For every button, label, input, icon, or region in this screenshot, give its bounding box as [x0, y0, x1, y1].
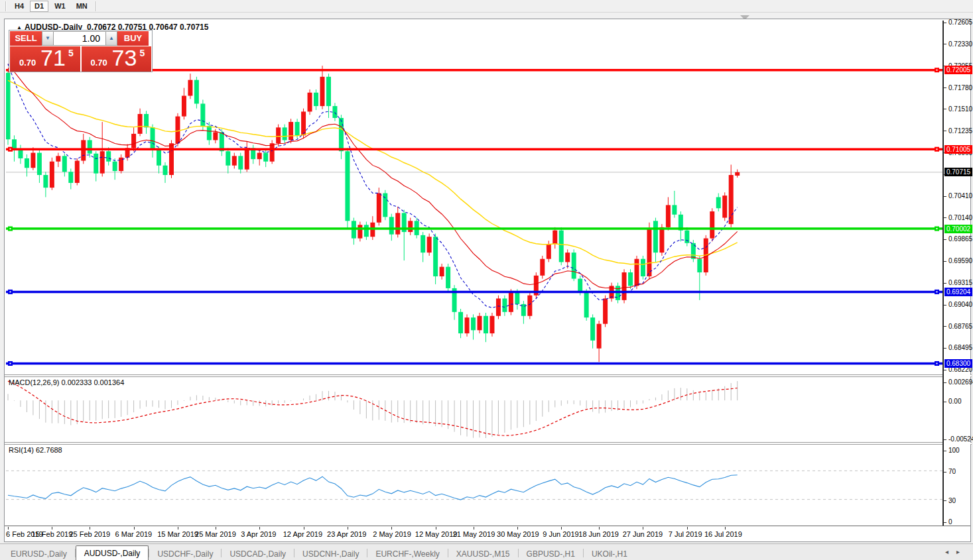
timeframe-button-d1[interactable]: D1	[30, 1, 48, 12]
price-scale-label: 0.71510	[948, 105, 972, 113]
chart-tab-ukoil-h1[interactable]: UKOil-,H1	[584, 547, 635, 560]
hline-price-label: 0.71005	[944, 145, 972, 154]
volume-input[interactable]	[54, 31, 105, 46]
price-tick	[944, 326, 946, 327]
time-tick	[90, 527, 90, 530]
price-scale-label: 0.72605	[948, 19, 972, 26]
chart-tab-eurusd-daily[interactable]: EURUSD-,Daily	[3, 547, 75, 560]
rsi-tick	[944, 500, 946, 501]
macd-tick	[944, 402, 946, 402]
time-tick	[474, 527, 474, 530]
timeframe-button-h4[interactable]: H4	[10, 1, 29, 12]
time-axis[interactable]: 6 Feb 201915 Feb 201925 Feb 20196 Mar 20…	[6, 527, 942, 541]
time-axis-label: 9 Jun 2019	[543, 530, 578, 538]
time-tick	[643, 527, 643, 530]
time-axis-label: 12 Apr 2019	[283, 530, 322, 538]
price-tick	[944, 196, 946, 197]
time-tick	[436, 527, 436, 530]
macd-pane[interactable]: MACD(12,26,9) 0.002333 0.001364	[6, 377, 942, 442]
price-tick	[944, 217, 946, 218]
current-price-label: 0.70715	[944, 168, 972, 176]
rsi-pane[interactable]: RSI(14) 62.7688	[6, 445, 942, 526]
toolbar-divider	[5, 1, 7, 11]
rsi-tick	[944, 451, 946, 451]
price-tick	[944, 44, 946, 44]
axis-divider	[5, 526, 970, 526]
time-tick	[259, 527, 260, 530]
ask-price-prefix: 0.70	[91, 58, 107, 68]
time-axis-label: 6 Mar 2019	[115, 530, 153, 538]
time-tick	[348, 527, 348, 530]
time-tick	[134, 527, 135, 530]
ask-price-big: 73	[112, 45, 137, 71]
price-scale-label: 0.71780	[948, 84, 972, 91]
price-scale-label: 0.70140	[948, 214, 972, 221]
chart-tab-gbpusd-h1[interactable]: GBPUSD-,H1	[519, 547, 583, 560]
price-tick	[944, 283, 946, 284]
time-axis-label: 3 Apr 2019	[241, 530, 276, 538]
sell-button[interactable]: SELL	[10, 31, 42, 46]
price-scale[interactable]: 0.726050.723300.720550.717800.715100.712…	[944, 21, 970, 526]
time-tick	[687, 527, 688, 530]
price-scale-label: 0.69590	[948, 257, 972, 264]
chart-window: ▲AUDUSD-,Daily 0.70672 0.70751 0.70647 0…	[4, 19, 971, 542]
tab-scroll-right-icon[interactable]: ▸	[956, 548, 968, 555]
price-scale-label: 0.69315	[948, 279, 972, 286]
toolbar-divider	[96, 1, 97, 11]
price-tick	[944, 305, 946, 306]
time-axis-label: 16 Jul 2019	[704, 530, 742, 538]
price-tick	[944, 23, 946, 23]
price-tick	[944, 87, 946, 88]
bid-price-big: 71	[40, 45, 66, 71]
time-axis-label: 15 Feb 2019	[32, 530, 73, 538]
chart-tab-usdchf-daily[interactable]: USDCHF-,Daily	[149, 547, 221, 560]
rsi-scale-label: 30	[948, 497, 956, 504]
chart-tab-usdcad-daily[interactable]: USDCAD-,Daily	[222, 547, 294, 560]
macd-tick	[944, 439, 946, 440]
time-axis-label: 7 Jul 2019	[669, 530, 702, 538]
main-chart-pane[interactable]: ▲AUDUSD-,Daily 0.70672 0.70751 0.70647 0…	[6, 21, 942, 374]
volume-increase-button[interactable]: ▲	[105, 31, 117, 46]
timeframe-button-w1[interactable]: W1	[50, 1, 70, 12]
bid-price-prefix: 0.70	[19, 58, 36, 68]
tab-scroll-arrows: ◂▸	[945, 548, 968, 555]
time-axis-label: 12 May 2019	[415, 530, 458, 538]
chart-tab-audusd-daily[interactable]: AUDUSD-,Daily	[76, 545, 149, 560]
tab-scroll-left-icon[interactable]: ◂	[945, 548, 956, 555]
chart-tab-usdcnh-daily[interactable]: USDCNH-,Daily	[294, 547, 367, 560]
chart-tab-eurchf-weekly[interactable]: EURCHF-,Weekly	[367, 547, 447, 560]
price-tick	[944, 109, 946, 109]
price-scale-label: 0.72330	[948, 40, 972, 48]
time-axis-label: 25 Feb 2019	[69, 530, 110, 538]
price-tick	[944, 370, 946, 370]
time-axis-label: 30 May 2019	[497, 530, 539, 538]
time-tick	[517, 527, 518, 530]
mt4-terminal: H4D1W1MN ▲AUDUSD-,Daily 0.70672 0.70751 …	[0, 0, 973, 560]
timeframe-toolbar: H4D1W1MN	[0, 0, 973, 13]
bid-price-sup: 5	[68, 48, 74, 58]
time-tick	[561, 527, 562, 530]
one-click-trading-panel: SELL ▼ ▲ BUY 0.70 71 5 0.70 73 5	[9, 30, 153, 72]
timeframe-button-mn[interactable]: MN	[72, 1, 92, 12]
price-scale-label: 0.68495	[948, 344, 972, 351]
time-tick	[178, 527, 178, 530]
chart-tab-bar: EURUSD-,DailyAUDUSD-,DailyUSDCHF-,DailyU…	[0, 543, 973, 560]
time-tick	[216, 527, 216, 530]
time-axis-label: 15 Mar 2019	[157, 530, 198, 538]
macd-scale-label: -0.005242	[948, 435, 973, 443]
chart-tab-xauusd-m15[interactable]: XAUUSD-,M15	[448, 547, 518, 560]
ask-price-sup: 5	[140, 48, 145, 58]
ask-price-box[interactable]: 0.70 73 5	[82, 46, 152, 72]
volume-decrease-button[interactable]: ▼	[42, 31, 54, 46]
bid-price-box[interactable]: 0.70 71 5	[10, 46, 80, 72]
rsi-label: RSI(14) 62.7688	[9, 446, 62, 454]
buy-button[interactable]: BUY	[117, 31, 149, 46]
hline-price-label: 0.72005	[944, 66, 972, 74]
price-tick	[944, 348, 946, 349]
macd-tick	[944, 382, 946, 383]
rsi-tick	[944, 472, 946, 473]
time-tick	[599, 527, 600, 530]
hline-price-label: 0.68300	[944, 359, 972, 368]
time-tick	[8, 527, 9, 530]
price-tick	[944, 131, 946, 131]
